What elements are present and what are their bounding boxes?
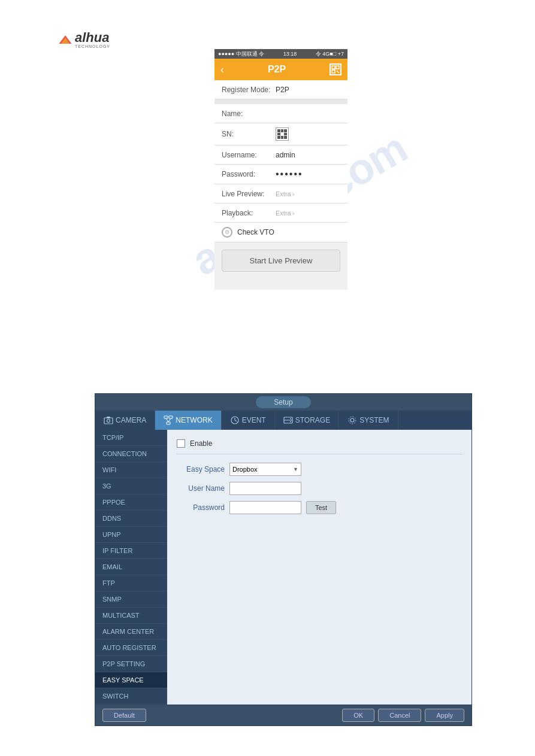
enable-row: Enable [177, 439, 462, 454]
phone-row-sn: SN: [214, 123, 347, 145]
enable-checkbox[interactable] [177, 439, 185, 448]
svg-point-8 [107, 420, 110, 423]
phone-status-bar: ●●●●● 中国联通 令 13:18 令 4G■□ +7 [214, 49, 347, 59]
sidebar-item-tcpip[interactable]: TCP/IP [95, 430, 167, 446]
default-button[interactable]: Default [102, 709, 146, 722]
tab-network[interactable]: NETWORK [155, 411, 221, 430]
sidebar-item-upnp[interactable]: UPNP [95, 527, 167, 543]
phone-header: ‹ P2P [214, 59, 347, 80]
svg-line-13 [166, 418, 168, 422]
ok-button[interactable]: OK [342, 709, 374, 722]
system-tab-icon [347, 415, 357, 425]
phone-bottom [214, 279, 347, 290]
password-form-label: Password [177, 503, 225, 512]
phone-row-register: Register Mode: P2P [214, 80, 347, 99]
svg-point-22 [350, 418, 354, 422]
main-layout: TCP/IP CONNECTION WIFI 3G PPPOE DDNS UPN… [95, 430, 471, 705]
sidebar-item-pppoe[interactable]: PPPOE [95, 494, 167, 511]
status-center: 13:18 [283, 51, 297, 57]
tab-storage[interactable]: STORAGE [275, 411, 339, 430]
svg-rect-7 [104, 418, 113, 424]
phone-row-check-vto[interactable]: ⚙ Check VTO [214, 223, 347, 242]
test-button[interactable]: Test [306, 501, 336, 514]
easyspace-select[interactable]: Dropbox ▼ [229, 463, 301, 476]
form-row-easyspace: Easy Space Dropbox ▼ [177, 463, 462, 476]
live-preview-label: Live Preview: [222, 190, 276, 198]
sidebar-item-alarmcenter[interactable]: ALARM CENTER [95, 624, 167, 640]
sidebar-item-wifi[interactable]: WIFI [95, 462, 167, 478]
svg-rect-3 [336, 66, 339, 69]
username-label: Username: [222, 151, 276, 159]
form-row-password: Password Test [177, 501, 462, 514]
sidebar-item-ftp[interactable]: FTP [95, 575, 167, 591]
sidebar-item-multicast[interactable]: MULTICAST [95, 608, 167, 624]
tab-camera-label: CAMERA [116, 416, 146, 424]
register-value: P2P [276, 86, 340, 94]
tab-camera[interactable]: CAMERA [95, 411, 155, 430]
phone-mockup: ●●●●● 中国联通 令 13:18 令 4G■□ +7 ‹ P2P Regis… [214, 49, 347, 290]
logo: alhua TECHNOLOGY [57, 30, 110, 48]
sidebar-item-switch[interactable]: SWITCH [95, 688, 167, 705]
password-value: •••••• [276, 169, 340, 180]
name-label: Name: [222, 110, 276, 118]
sidebar-item-ddns[interactable]: DDNS [95, 511, 167, 527]
easyspace-value: Dropbox [232, 466, 258, 473]
sidebar-item-snmp[interactable]: SNMP [95, 591, 167, 608]
password-input[interactable] [229, 501, 301, 514]
settings-icon: ⚙ [222, 227, 232, 238]
chevron-down-icon: ▼ [293, 466, 298, 472]
svg-point-23 [349, 417, 356, 424]
logo-sub-text: TECHNOLOGY [75, 44, 110, 48]
apply-button[interactable]: Apply [425, 709, 464, 722]
p2p-title: P2P [224, 64, 330, 75]
tab-storage-label: STORAGE [295, 416, 330, 424]
phone-row-name: Name: [214, 104, 347, 123]
sn-value [276, 127, 340, 141]
playback-value: Extra › [276, 210, 294, 217]
phone-row-username: Username: admin [214, 145, 347, 165]
svg-rect-9 [107, 417, 110, 418]
check-vto-value: Check VTO [232, 228, 340, 236]
cancel-button[interactable]: Cancel [378, 709, 421, 722]
network-tab-icon [164, 415, 173, 425]
live-preview-value: Extra › [276, 190, 294, 198]
tab-event[interactable]: EVENT [222, 411, 275, 430]
bottom-bar: Default OK Cancel Apply [95, 705, 471, 725]
phone-row-live-preview[interactable]: Live Preview: Extra › [214, 184, 347, 204]
sidebar-item-email[interactable]: EMAIL [95, 559, 167, 575]
phone-row-playback[interactable]: Playback: Extra › [214, 204, 347, 223]
sidebar-item-easyspace[interactable]: EASY SPACE [95, 672, 167, 688]
storage-tab-icon [283, 415, 293, 425]
tab-system[interactable]: SYSTEM [339, 411, 398, 430]
status-left: ●●●●● 中国联通 令 [218, 50, 264, 58]
svg-rect-4 [332, 70, 335, 73]
sidebar: TCP/IP CONNECTION WIFI 3G PPPOE DDNS UPN… [95, 430, 167, 705]
svg-rect-12 [167, 422, 170, 424]
sidebar-item-3g[interactable]: 3G [95, 478, 167, 494]
sidebar-item-connection[interactable]: CONNECTION [95, 446, 167, 462]
username-input[interactable] [229, 482, 301, 495]
camera-tab-icon [104, 415, 113, 425]
setup-title-bar: Setup [95, 394, 471, 411]
sidebar-item-p2psetting[interactable]: P2P SETTING [95, 656, 167, 672]
svg-rect-11 [169, 416, 173, 418]
logo-icon [57, 31, 74, 48]
playback-label: Playback: [222, 209, 276, 217]
bottom-right-buttons: OK Cancel Apply [342, 709, 464, 722]
qr-icon[interactable] [276, 127, 289, 141]
svg-rect-6 [338, 72, 339, 73]
start-btn-area: Start Live Preview [214, 242, 347, 279]
username-value: admin [276, 151, 340, 159]
sidebar-item-ipfilter[interactable]: IP FILTER [95, 543, 167, 559]
sidebar-item-autoregister[interactable]: AUTO REGISTER [95, 640, 167, 656]
sn-label: SN: [222, 130, 276, 138]
svg-line-14 [168, 418, 171, 422]
svg-point-21 [290, 421, 291, 423]
scan-button[interactable] [330, 63, 341, 75]
start-live-preview-button[interactable]: Start Live Preview [222, 250, 340, 272]
phone-content: Register Mode: P2P Name: SN: Username: a… [214, 80, 347, 290]
setup-title: Setup [256, 396, 310, 408]
svg-rect-5 [337, 71, 338, 72]
svg-rect-2 [332, 66, 335, 69]
phone-row-password: Password: •••••• [214, 165, 347, 184]
